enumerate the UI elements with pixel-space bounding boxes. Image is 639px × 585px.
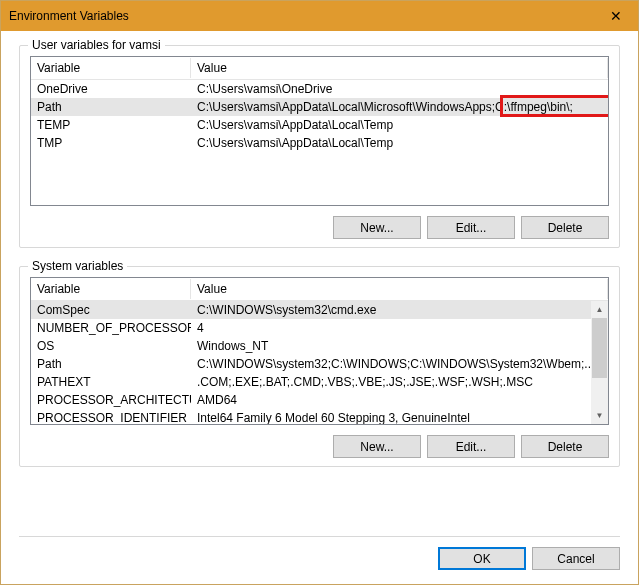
- cell-variable: PROCESSOR_ARCHITECTURE: [31, 392, 191, 408]
- footer-divider: [19, 536, 620, 537]
- user-buttons-row: New... Edit... Delete: [30, 216, 609, 239]
- cell-variable: TEMP: [31, 117, 191, 133]
- cancel-button[interactable]: Cancel: [532, 547, 620, 570]
- cell-variable: PROCESSOR_IDENTIFIER: [31, 410, 191, 424]
- user-delete-button[interactable]: Delete: [521, 216, 609, 239]
- cell-variable: TMP: [31, 135, 191, 151]
- cell-variable: OneDrive: [31, 81, 191, 97]
- cell-value: Windows_NT: [191, 338, 591, 354]
- table-row[interactable]: OneDriveC:\Users\vamsi\OneDrive: [31, 80, 608, 98]
- user-variables-label: User variables for vamsi: [28, 38, 165, 52]
- table-row[interactable]: PROCESSOR_IDENTIFIERIntel64 Family 6 Mod…: [31, 409, 591, 424]
- user-header-value[interactable]: Value: [191, 58, 608, 78]
- table-row[interactable]: OSWindows_NT: [31, 337, 591, 355]
- cell-value: AMD64: [191, 392, 591, 408]
- system-table-header: Variable Value: [31, 278, 608, 301]
- cell-value: C:\Users\vamsi\AppData\Local\Temp: [191, 117, 608, 133]
- environment-variables-dialog: Environment Variables ✕ User variables f…: [0, 0, 639, 585]
- system-buttons-row: New... Edit... Delete: [30, 435, 609, 458]
- cell-value: .COM;.EXE;.BAT;.CMD;.VBS;.VBE;.JS;.JSE;.…: [191, 374, 591, 390]
- cell-value: C:\Users\vamsi\AppData\Local\Microsoft\W…: [191, 99, 608, 115]
- cell-value: Intel64 Family 6 Model 60 Stepping 3, Ge…: [191, 410, 591, 424]
- cell-value: C:\Users\vamsi\OneDrive: [191, 81, 608, 97]
- window-title: Environment Variables: [9, 9, 593, 23]
- table-row[interactable]: TMPC:\Users\vamsi\AppData\Local\Temp: [31, 134, 608, 152]
- system-variables-group: System variables Variable Value ComSpecC…: [19, 266, 620, 467]
- table-row[interactable]: PathC:\WINDOWS\system32;C:\WINDOWS;C:\WI…: [31, 355, 591, 373]
- cell-variable: PATHEXT: [31, 374, 191, 390]
- table-row[interactable]: TEMPC:\Users\vamsi\AppData\Local\Temp: [31, 116, 608, 134]
- cell-value: 4: [191, 320, 591, 336]
- user-variables-group: User variables for vamsi Variable Value …: [19, 45, 620, 248]
- scroll-down-icon[interactable]: ▼: [591, 407, 608, 424]
- user-edit-button[interactable]: Edit...: [427, 216, 515, 239]
- scroll-up-icon[interactable]: ▲: [591, 301, 608, 318]
- footer-buttons: OK Cancel: [1, 547, 638, 584]
- cell-variable: NUMBER_OF_PROCESSORS: [31, 320, 191, 336]
- table-row[interactable]: PROCESSOR_ARCHITECTUREAMD64: [31, 391, 591, 409]
- cell-variable: ComSpec: [31, 302, 191, 318]
- user-table-header: Variable Value: [31, 57, 608, 80]
- titlebar: Environment Variables ✕: [1, 1, 638, 31]
- ok-button[interactable]: OK: [438, 547, 526, 570]
- scroll-thumb[interactable]: [592, 318, 607, 378]
- cell-variable: Path: [31, 99, 191, 115]
- table-row[interactable]: ComSpecC:\WINDOWS\system32\cmd.exe: [31, 301, 591, 319]
- cell-variable: Path: [31, 356, 191, 372]
- user-variables-table[interactable]: Variable Value OneDriveC:\Users\vamsi\On…: [30, 56, 609, 206]
- table-row[interactable]: NUMBER_OF_PROCESSORS4: [31, 319, 591, 337]
- system-variables-table[interactable]: Variable Value ComSpecC:\WINDOWS\system3…: [30, 277, 609, 425]
- cell-value: C:\WINDOWS\system32\cmd.exe: [191, 302, 591, 318]
- table-row[interactable]: PATHEXT.COM;.EXE;.BAT;.CMD;.VBS;.VBE;.JS…: [31, 373, 591, 391]
- system-scrollbar[interactable]: ▲ ▼: [591, 301, 608, 424]
- user-table-body: OneDriveC:\Users\vamsi\OneDrivePathC:\Us…: [31, 80, 608, 205]
- system-table-body: ComSpecC:\WINDOWS\system32\cmd.exeNUMBER…: [31, 301, 608, 424]
- system-header-value[interactable]: Value: [191, 279, 608, 299]
- table-row[interactable]: PathC:\Users\vamsi\AppData\Local\Microso…: [31, 98, 608, 116]
- cell-value: C:\Users\vamsi\AppData\Local\Temp: [191, 135, 608, 151]
- system-delete-button[interactable]: Delete: [521, 435, 609, 458]
- close-icon: ✕: [610, 8, 622, 24]
- system-new-button[interactable]: New...: [333, 435, 421, 458]
- user-header-variable[interactable]: Variable: [31, 58, 191, 78]
- system-edit-button[interactable]: Edit...: [427, 435, 515, 458]
- system-header-variable[interactable]: Variable: [31, 279, 191, 299]
- system-variables-label: System variables: [28, 259, 127, 273]
- cell-variable: OS: [31, 338, 191, 354]
- user-new-button[interactable]: New...: [333, 216, 421, 239]
- dialog-content: User variables for vamsi Variable Value …: [1, 31, 638, 536]
- close-button[interactable]: ✕: [593, 1, 638, 31]
- cell-value: C:\WINDOWS\system32;C:\WINDOWS;C:\WINDOW…: [191, 356, 591, 372]
